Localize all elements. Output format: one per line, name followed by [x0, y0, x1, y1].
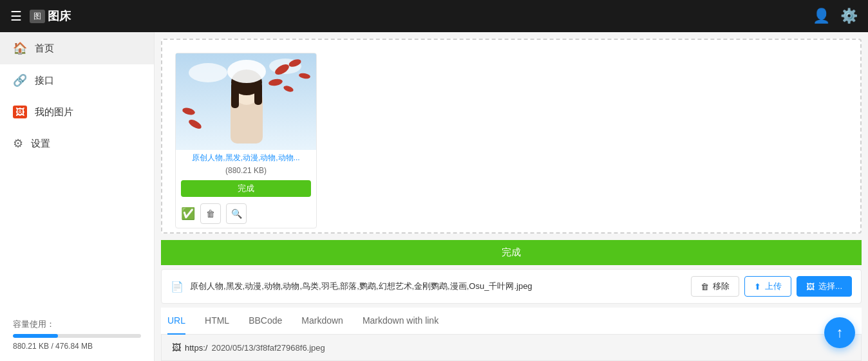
tab-markdown-link[interactable]: Markdown with link [363, 308, 439, 335]
logo-prefix: 图 [30, 10, 45, 23]
tab-markdown[interactable]: Markdown [301, 308, 343, 335]
sidebar-item-my-images[interactable]: 🖼 我的图片 [0, 97, 154, 127]
scroll-top-button[interactable]: ↑ [824, 317, 855, 348]
svg-point-8 [227, 60, 266, 83]
tab-url[interactable]: URL [167, 308, 185, 335]
tab-html[interactable]: HTML [205, 308, 229, 335]
image-card: 原创人物,黑发,动漫,动物,动物... (880.21 KB) 完成 ✅ 🗑 🔍 [175, 53, 317, 228]
url-row: 🖼 https:/ 2020/05/13/3f8faf27968f6.jpeg [161, 335, 862, 361]
sidebar-item-api[interactable]: 🔗 接口 [0, 64, 154, 97]
image-card-actions: ✅ 🗑 🔍 [176, 199, 316, 228]
storage-section: 容量使用： 880.21 KB / 476.84 MB [0, 308, 154, 361]
theme-icon[interactable]: ⚙️ [840, 8, 858, 24]
remove-icon: 🗑 [701, 282, 709, 292]
thumbnail-svg [176, 53, 317, 150]
navbar: ☰ 图 图床 👤 ⚙️ [0, 0, 868, 32]
user-icon[interactable]: 👤 [813, 8, 830, 24]
main-layout: 🏠 首页 🔗 接口 🖼 我的图片 ⚙ 设置 容量使用： 880.21 KB / … [0, 32, 868, 361]
image-card-progress: 完成 [181, 180, 311, 197]
image-card-size: (880.21 KB) [176, 166, 316, 178]
file-actions: 🗑 移除 ⬆ 上传 🖼 选择... [691, 276, 852, 297]
storage-bar-fill [13, 334, 58, 338]
url-icon: 🖼 [172, 342, 181, 353]
file-name: 原创人物,黑发,动漫,动物,动物,鸟类,羽毛,部落,鹦鹉,幻想艺术,金刚鹦鹉,漫… [190, 281, 684, 292]
sidebar-label-home: 首页 [35, 42, 54, 55]
sidebar-label-settings: 设置 [31, 138, 50, 150]
sidebar-item-home[interactable]: 🏠 首页 [0, 32, 154, 64]
sidebar-label-api: 接口 [35, 75, 54, 87]
image-select-icon: 🖼 [806, 282, 815, 292]
complete-banner: 完成 [161, 240, 862, 265]
zoom-button[interactable]: 🔍 [226, 203, 247, 224]
home-icon: 🏠 [13, 41, 27, 55]
navbar-actions: 👤 ⚙️ [813, 8, 858, 24]
file-icon: 📄 [171, 281, 184, 293]
file-row: 📄 原创人物,黑发,动漫,动物,动物,鸟类,羽毛,部落,鹦鹉,幻想艺术,金刚鹦鹉… [161, 269, 862, 304]
svg-point-1 [189, 63, 227, 82]
link-icon: 🔗 [13, 73, 27, 88]
sidebar: 🏠 首页 🔗 接口 🖼 我的图片 ⚙ 设置 容量使用： 880.21 KB / … [0, 32, 155, 361]
sidebar-label-my-images: 我的图片 [35, 106, 73, 118]
image-thumbnail [176, 53, 317, 150]
upload-icon: ⬆ [754, 282, 761, 292]
image-icon: 🖼 [13, 106, 27, 118]
upload-button[interactable]: ⬆ 上传 [744, 276, 791, 297]
upload-zone: 原创人物,黑发,动漫,动物,动物... (880.21 KB) 完成 ✅ 🗑 🔍 [161, 39, 862, 234]
content-area: 原创人物,黑发,动漫,动物,动物... (880.21 KB) 完成 ✅ 🗑 🔍… [155, 32, 868, 361]
sidebar-item-settings[interactable]: ⚙ 设置 [0, 127, 154, 160]
storage-bar-container [13, 334, 141, 338]
remove-button[interactable]: 🗑 移除 [691, 276, 739, 297]
svg-rect-7 [254, 82, 262, 105]
menu-icon[interactable]: ☰ [10, 8, 22, 24]
storage-text: 880.21 KB / 476.84 MB [13, 342, 141, 351]
storage-label: 容量使用： [13, 319, 141, 330]
svg-rect-6 [231, 82, 239, 108]
image-card-name: 原创人物,黑发,动漫,动物,动物... [176, 150, 316, 166]
check-icon: ✅ [181, 207, 195, 221]
select-button[interactable]: 🖼 选择... [797, 276, 852, 297]
tab-bbcode[interactable]: BBCode [249, 308, 282, 335]
settings-icon: ⚙ [13, 136, 23, 151]
url-prefix: https:/ [185, 343, 207, 353]
delete-button[interactable]: 🗑 [200, 203, 221, 224]
tabs-row: URL HTML BBCode Markdown Markdown with l… [161, 308, 862, 335]
navbar-title: 图床 [48, 8, 813, 24]
url-path: 2020/05/13/3f8faf27968f6.jpeg [211, 343, 325, 353]
